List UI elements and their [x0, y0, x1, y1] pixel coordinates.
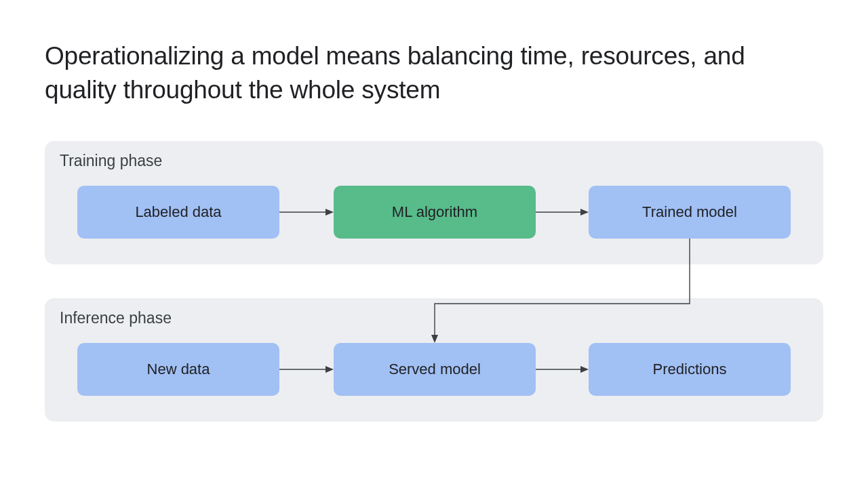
- inference-phase-label: Inference phase: [60, 309, 172, 327]
- node-new-data: New data: [77, 343, 279, 396]
- inference-phase-panel: Inference phase New data Served model Pr…: [45, 298, 823, 422]
- training-phase-label: Training phase: [60, 152, 162, 170]
- node-label: Trained model: [642, 203, 737, 221]
- node-label: Predictions: [653, 361, 727, 378]
- node-label: ML algorithm: [392, 203, 477, 221]
- node-label: New data: [147, 361, 210, 378]
- node-ml-algorithm: ML algorithm: [334, 186, 536, 239]
- node-served-model: Served model: [334, 343, 536, 396]
- node-labeled-data: Labeled data: [77, 186, 279, 239]
- training-phase-panel: Training phase Labeled data ML algorithm…: [45, 141, 823, 264]
- node-predictions: Predictions: [589, 343, 791, 396]
- slide: Operationalizing a model means balancing…: [0, 0, 868, 488]
- node-label: Labeled data: [135, 203, 221, 221]
- node-trained-model: Trained model: [589, 186, 791, 239]
- slide-title: Operationalizing a model means balancing…: [45, 39, 823, 107]
- node-label: Served model: [389, 361, 481, 378]
